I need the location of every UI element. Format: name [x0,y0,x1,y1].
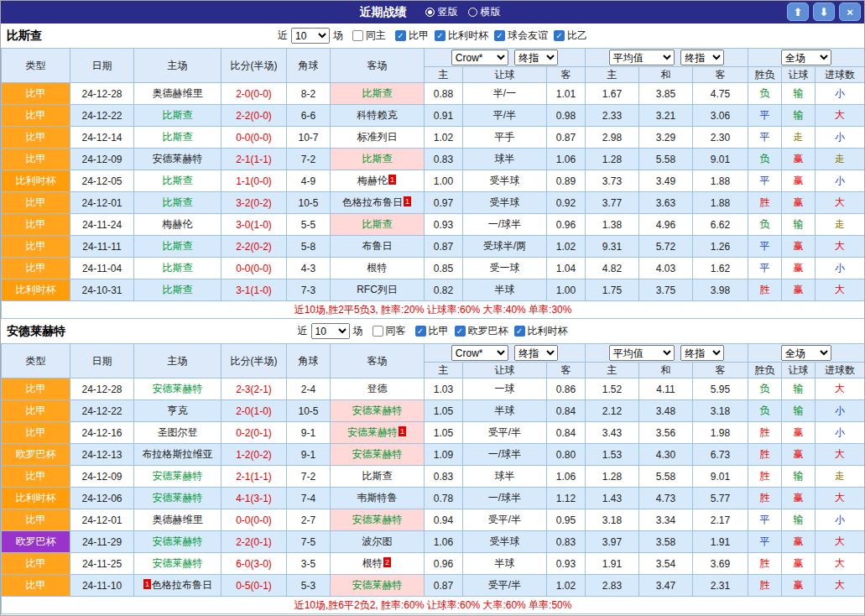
away-team-cell[interactable]: 布鲁日 [331,236,425,258]
team-link[interactable]: 比斯查 [163,196,193,208]
team-link[interactable]: 比斯查 [163,131,193,143]
team-link[interactable]: 安德莱赫特 [153,470,203,482]
team-link[interactable]: 比斯查 [163,284,193,295]
team-link[interactable]: 安德莱赫特 [347,426,398,438]
team-link[interactable]: 比斯查 [163,262,193,274]
team-link[interactable]: 比斯查 [362,87,393,99]
away-team-cell[interactable]: 根特 [331,258,425,279]
team-link[interactable]: 安德莱赫特 [153,153,203,164]
move-up-button[interactable]: ⬆ [787,3,809,21]
team-link[interactable]: 安德莱赫特 [352,448,403,460]
team-link[interactable]: 登德 [367,383,388,394]
team-link[interactable]: 梅赫伦 [357,175,388,186]
home-team-cell[interactable]: 比斯查 [134,105,221,127]
league-filter[interactable]: ✓比乙 [554,29,587,43]
home-team-cell[interactable]: 圣图尔登 [134,422,221,444]
away-team-cell[interactable]: 比斯查 [331,83,425,105]
home-team-cell[interactable]: 比斯查 [134,127,221,149]
checkbox-checked-icon[interactable]: ✓ [395,30,406,41]
team-link[interactable]: 安德莱赫特 [352,405,403,416]
home-team-cell[interactable]: 布拉格斯拉维亚 [134,444,221,466]
home-team-cell[interactable]: 比斯查 [134,170,221,192]
team-link[interactable]: 比斯查 [163,109,193,121]
league-filter[interactable]: ✓比甲 [415,324,449,338]
away-team-cell[interactable]: 安德莱赫特 [331,444,425,466]
same-venue-filter[interactable]: 同客 [373,324,406,338]
away-team-cell[interactable]: 比斯查 [331,466,425,488]
team-link[interactable]: 比斯查 [362,153,393,164]
home-team-cell[interactable]: 比斯查 [134,258,221,279]
team-link[interactable]: 梅赫伦 [163,218,193,230]
team-link[interactable]: 安德莱赫特 [153,383,203,394]
checkbox-unchecked-icon[interactable] [373,326,383,337]
bookmaker-select[interactable]: Crow* [451,345,508,361]
team-link[interactable]: 安德莱赫特 [352,579,403,591]
team-link[interactable]: 色格拉布鲁日 [342,196,403,208]
checkbox-checked-icon[interactable]: ✓ [415,326,426,337]
team-link[interactable]: 根特 [362,557,383,569]
home-team-cell[interactable]: 奥德赫维里 [134,83,221,105]
away-team-cell[interactable]: 安德莱赫特1 [331,422,425,444]
team-link[interactable]: 安德莱赫特 [153,535,203,547]
average-stage-select[interactable]: 终指 [680,345,724,361]
layout-horizontal-radio[interactable]: 横版 [468,5,501,19]
team-link[interactable]: 布拉格斯拉维亚 [143,448,213,460]
away-team-cell[interactable]: 比斯查 [331,214,425,236]
checkbox-checked-icon[interactable]: ✓ [435,30,446,41]
home-team-cell[interactable]: 梅赫伦 [134,214,221,236]
league-filter[interactable]: ✓球会友谊 [494,29,548,43]
home-team-cell[interactable]: 安德莱赫特 [134,149,221,170]
checkbox-checked-icon[interactable]: ✓ [455,326,466,337]
away-team-cell[interactable]: 韦斯特鲁 [331,488,425,509]
home-team-cell[interactable]: 奥德赫维里 [134,509,221,531]
match-count-select[interactable]: 10 [291,28,330,44]
checkbox-checked-icon[interactable]: ✓ [494,30,505,41]
away-team-cell[interactable]: 根特2 [331,553,425,575]
team-link[interactable]: RFC列日 [357,284,398,295]
team-link[interactable]: 韦斯特鲁 [357,492,398,504]
league-filter[interactable]: ✓比甲 [395,29,429,43]
home-team-cell[interactable]: 安德莱赫特 [134,531,221,553]
team-link[interactable]: 科特赖克 [357,109,398,121]
home-team-cell[interactable]: 安德莱赫特 [134,466,221,488]
team-link[interactable]: 标准列日 [357,131,398,143]
team-link[interactable]: 安德莱赫特 [153,557,203,569]
away-team-cell[interactable]: 安德莱赫特 [331,400,425,422]
home-team-cell[interactable]: 安德莱赫特 [134,553,221,575]
away-team-cell[interactable]: 色格拉布鲁日1 [331,192,425,214]
league-filter[interactable]: ✓比利时杯 [435,29,488,43]
average-select[interactable]: 平均值 [609,345,675,361]
home-team-cell[interactable]: 亨克 [134,400,221,422]
bookmaker-stage-select[interactable]: 终指 [514,50,558,65]
team-link[interactable]: 亨克 [168,405,188,416]
home-team-cell[interactable]: 比斯查 [134,236,221,258]
checkbox-checked-icon[interactable]: ✓ [554,30,565,41]
bookmaker-select[interactable]: Crow* [451,50,508,65]
same-venue-filter[interactable]: 同主 [352,29,386,43]
away-team-cell[interactable]: 安德莱赫特 [331,509,425,531]
move-down-button[interactable]: ⬇ [813,3,835,21]
scope-select[interactable]: 全场 [781,345,831,361]
bookmaker-stage-select[interactable]: 终指 [514,345,558,361]
team-link[interactable]: 根特 [367,262,388,274]
away-team-cell[interactable]: 波尔图 [331,531,425,553]
away-team-cell[interactable]: 梅赫伦1 [331,170,425,192]
home-team-cell[interactable]: 安德莱赫特 [134,488,221,509]
away-team-cell[interactable]: 安德莱赫特 [331,575,425,597]
team-link[interactable]: 比斯查 [163,240,193,252]
team-link[interactable]: 布鲁日 [362,240,393,252]
home-team-cell[interactable]: 比斯查 [134,192,221,214]
checkbox-unchecked-icon[interactable] [352,30,363,41]
league-filter[interactable]: ✓比利时杯 [514,324,568,338]
team-link[interactable]: 比斯查 [163,175,193,186]
away-team-cell[interactable]: 比斯查 [331,149,425,170]
team-link[interactable]: 波尔图 [362,535,393,547]
scope-select[interactable]: 全场 [781,50,831,65]
layout-vertical-radio[interactable]: 竖版 [425,5,458,19]
team-link[interactable]: 圣图尔登 [158,426,198,438]
team-link[interactable]: 比斯查 [362,470,393,482]
team-link[interactable]: 安德莱赫特 [352,514,403,525]
team-link[interactable]: 色格拉布鲁日 [152,579,212,591]
away-team-cell[interactable]: RFC列日 [331,279,425,301]
average-select[interactable]: 平均值 [609,50,675,65]
